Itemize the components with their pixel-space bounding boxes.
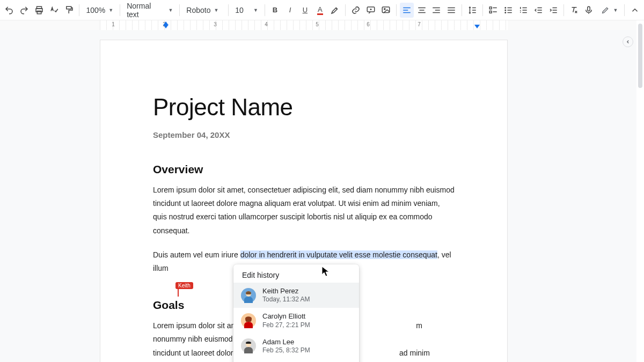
undo-button[interactable] [2,3,16,18]
show-outline-button[interactable] [623,36,633,47]
toolbar: 100%▼ Normal text▼ Roboto▼ 10▼ B I U A ▼ [0,0,644,20]
svg-rect-5 [382,7,390,13]
svg-rect-8 [489,11,492,13]
edit-history-row[interactable]: Carolyn Elliott Feb 27, 2:21 PM [233,308,359,333]
insert-image-button[interactable] [379,3,393,18]
align-left-button[interactable] [400,3,414,18]
bulleted-list-button[interactable] [501,3,515,18]
vertical-scrollbar[interactable] [636,20,644,362]
editor-name: Keith Perez [262,287,310,295]
edit-history-row[interactable]: Adam Lee Feb 25, 8:32 PM [233,334,359,359]
font-label: Roboto [186,6,210,14]
spellcheck-button[interactable] [47,3,61,18]
size-label: 10 [235,6,244,14]
text-color-button[interactable]: A [313,3,327,18]
font-size-select[interactable]: 10▼ [232,3,261,18]
numbered-list-button[interactable] [516,3,530,18]
svg-point-10 [505,10,506,11]
font-select[interactable]: Roboto▼ [183,3,225,18]
document-canvas[interactable]: Project Name September 04, 20XX Overview… [0,30,644,362]
voice-typing-button[interactable] [582,3,596,18]
avatar [241,338,256,353]
ruler-tick: 3 [214,21,217,27]
highlight-button[interactable] [328,3,342,18]
edit-time: Feb 27, 2:21 PM [262,321,310,329]
style-label: Normal text [127,2,165,19]
print-button[interactable] [32,3,46,18]
align-right-button[interactable] [430,3,444,18]
svg-point-9 [505,7,506,8]
checklist-button[interactable] [486,3,500,18]
increase-indent-button[interactable] [546,3,560,18]
add-comment-button[interactable] [364,3,378,18]
align-center-button[interactable] [415,3,429,18]
editor-name: Adam Lee [262,338,310,346]
horizontal-ruler[interactable]: 1 2 3 4 5 6 7 [0,20,644,30]
redo-button[interactable] [17,3,31,18]
scrollbar-thumb[interactable] [638,24,642,88]
overview-heading: Overview [153,163,455,176]
editor-name: Carolyn Elliott [262,312,310,321]
collaborator-name-tag: Keith [175,282,193,289]
document-date: September 04, 20XX [153,130,455,139]
hide-menus-button[interactable] [628,3,642,18]
ruler-tick: 6 [367,21,370,27]
ruler-tick: 1 [112,21,115,27]
zoom-label: 100% [86,6,105,14]
zoom-select[interactable]: 100%▼ [83,3,116,18]
svg-rect-12 [588,6,590,11]
edit-time: Today, 11:32 AM [262,295,310,304]
ruler-tick: 4 [265,21,268,27]
svg-rect-3 [66,6,71,9]
clear-formatting-button[interactable] [567,3,581,18]
ruler-tick: 7 [418,21,421,27]
highlighted-text[interactable]: dolor in hendrerit in vulputate velit es… [240,250,437,259]
decrease-indent-button[interactable] [531,3,545,18]
avatar [241,313,256,328]
paragraph-style-select[interactable]: Normal text▼ [123,3,176,18]
mouse-cursor-icon [321,266,330,278]
editing-mode-button[interactable]: ▼ [598,3,621,18]
paint-format-button[interactable] [62,3,76,18]
page-title: Project Name [153,94,455,121]
edit-history-popover: Edit history Keith Perez Today, 11:32 AM… [233,264,359,362]
italic-button[interactable]: I [283,3,297,18]
avatar [241,288,256,303]
edit-history-row[interactable]: Keith Perez Today, 11:32 AM [233,283,359,308]
insert-link-button[interactable] [349,3,363,18]
edit-time: Feb 25, 8:32 PM [262,346,310,354]
indent-marker-right[interactable] [474,25,480,28]
svg-point-6 [384,8,385,9]
line-spacing-button[interactable] [465,3,479,18]
svg-rect-7 [489,7,492,9]
ruler-tick: 5 [316,21,319,27]
edit-history-title: Edit history [233,264,359,283]
align-justify-button[interactable] [444,3,458,18]
svg-point-11 [505,12,506,13]
underline-button[interactable]: U [298,3,312,18]
indent-marker-left[interactable] [163,25,169,28]
bold-button[interactable]: B [268,3,282,18]
overview-paragraph-1: Lorem ipsum dolor sit amet, consectetuer… [153,183,455,238]
